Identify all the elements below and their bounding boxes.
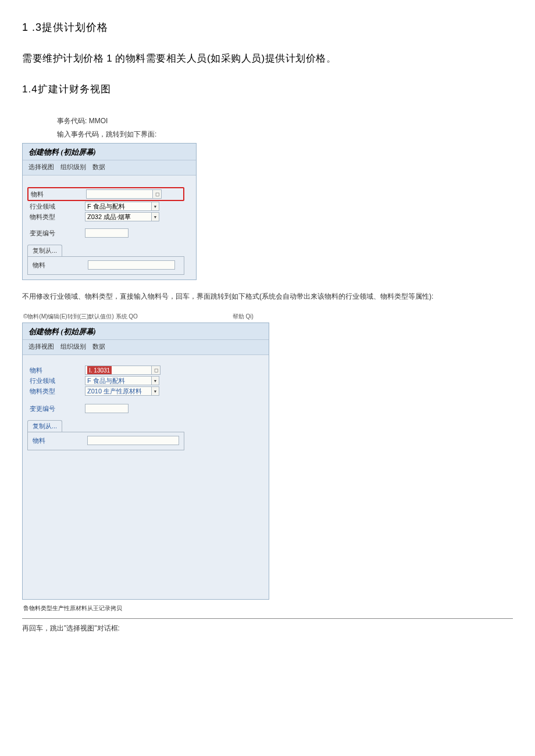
label-material: 物料 bbox=[31, 190, 86, 199]
industry-select[interactable]: F 食品与配料 bbox=[85, 376, 152, 385]
status-bar-text: 鲁物料类型生产性原材料从王记录拷贝 bbox=[22, 604, 513, 612]
label-change-no: 变更编号 bbox=[30, 229, 85, 238]
menu-help[interactable]: 帮助 bbox=[233, 313, 244, 320]
label-industry: 行业领域 bbox=[30, 377, 85, 385]
chevron-down-icon[interactable]: ▼ bbox=[151, 202, 159, 211]
final-instruction: 再回车，跳出"选择视图"对话框: bbox=[22, 624, 513, 633]
search-help-icon[interactable]: ◻ bbox=[152, 189, 162, 199]
section-heading-1-3: 1 .3提供计划价格 bbox=[22, 20, 513, 34]
panel-toolbar: 选择视图 组织级别 数据 bbox=[23, 340, 269, 355]
toolbar-data[interactable]: 数据 bbox=[92, 343, 105, 350]
instruction-enter-tcode: 输入事务代码，跳转到如下界面: bbox=[57, 130, 513, 139]
menu-goto[interactable]: 转到(三) bbox=[67, 313, 89, 320]
menu-material[interactable]: ©物料(M) bbox=[23, 313, 48, 320]
label-material-type: 物料类型 bbox=[30, 387, 85, 396]
label-change-no: 变更编号 bbox=[30, 404, 85, 413]
divider bbox=[22, 618, 513, 619]
label-copy-material: 物料 bbox=[33, 261, 88, 270]
menu-system[interactable]: 系统 bbox=[116, 313, 127, 320]
paragraph-requirement: 需要维护计划价格 1 的物料需要相关人员(如采购人员)提供计划价格。 bbox=[22, 52, 513, 65]
change-no-input[interactable] bbox=[85, 404, 129, 413]
material-type-select[interactable]: Z032 成品·烟草 bbox=[85, 212, 152, 221]
copy-material-input[interactable] bbox=[88, 260, 175, 270]
instruction-tcode: 事务代码: MMOI bbox=[57, 116, 513, 126]
toolbar-select-view[interactable]: 选择视图 bbox=[28, 343, 54, 350]
label-industry: 行业领域 bbox=[30, 202, 85, 211]
copy-material-input[interactable] bbox=[87, 436, 179, 445]
menu-edit[interactable]: 编辑(E) bbox=[48, 313, 67, 320]
toolbar-org-level[interactable]: 组织级别 bbox=[60, 343, 86, 350]
sap-create-material-panel-2: 创建物料 (初始屏幕) 选择视图 组织级别 数据 物料 I. 13031 ◻ 行… bbox=[22, 323, 269, 600]
note-no-modify: 不用修改行业领域、物料类型，直接输入物料号，回车，界面跳转到如下格式(系统会自动… bbox=[22, 292, 513, 302]
copy-from-group: 物料 bbox=[27, 256, 184, 275]
panel-title: 创建物料 (初始屏幕) bbox=[23, 144, 196, 160]
label-material: 物料 bbox=[30, 366, 85, 375]
copy-from-tab[interactable]: 复制从... bbox=[27, 420, 62, 432]
toolbar-org-level[interactable]: 组织级别 bbox=[60, 163, 86, 170]
menu-defaults[interactable]: 默认值但) bbox=[88, 313, 113, 320]
material-input[interactable]: I. 13031 bbox=[85, 366, 152, 375]
sap-menubar: ©物料(M)编辑(E)转到(三)默认值但) 系统 QO 帮助 Qi) bbox=[22, 311, 513, 323]
label-material-type: 物料类型 bbox=[30, 213, 85, 221]
material-input[interactable] bbox=[86, 189, 153, 199]
change-no-input[interactable] bbox=[85, 228, 129, 238]
material-value: I. 13031 bbox=[87, 366, 112, 374]
label-copy-material: 物料 bbox=[33, 436, 87, 445]
menu-qo: QO bbox=[129, 313, 138, 320]
chevron-down-icon[interactable]: ▼ bbox=[151, 386, 159, 396]
toolbar-data[interactable]: 数据 bbox=[92, 163, 105, 170]
material-type-select[interactable]: Z010 生产性原材料 bbox=[85, 386, 152, 396]
copy-from-group: 物料 bbox=[27, 432, 184, 450]
section-heading-1-4: 1.4扩建计财务视图 bbox=[22, 83, 513, 96]
panel-toolbar: 选择视图 组织级别 数据 bbox=[23, 160, 196, 175]
search-help-icon[interactable]: ◻ bbox=[151, 366, 160, 375]
industry-select[interactable]: F 食品与配料 bbox=[85, 202, 152, 211]
chevron-down-icon[interactable]: ▼ bbox=[151, 376, 159, 385]
panel-title: 创建物料 (初始屏幕) bbox=[23, 323, 269, 340]
sap-create-material-panel-1: 创建物料 (初始屏幕) 选择视图 组织级别 数据 物料 ◻ 行业领域 F 食品与… bbox=[22, 143, 197, 280]
toolbar-select-view[interactable]: 选择视图 bbox=[28, 163, 54, 170]
chevron-down-icon[interactable]: ▼ bbox=[151, 212, 159, 221]
menu-qi: Qi) bbox=[245, 313, 253, 320]
copy-from-tab[interactable]: 复制从... bbox=[27, 245, 62, 256]
